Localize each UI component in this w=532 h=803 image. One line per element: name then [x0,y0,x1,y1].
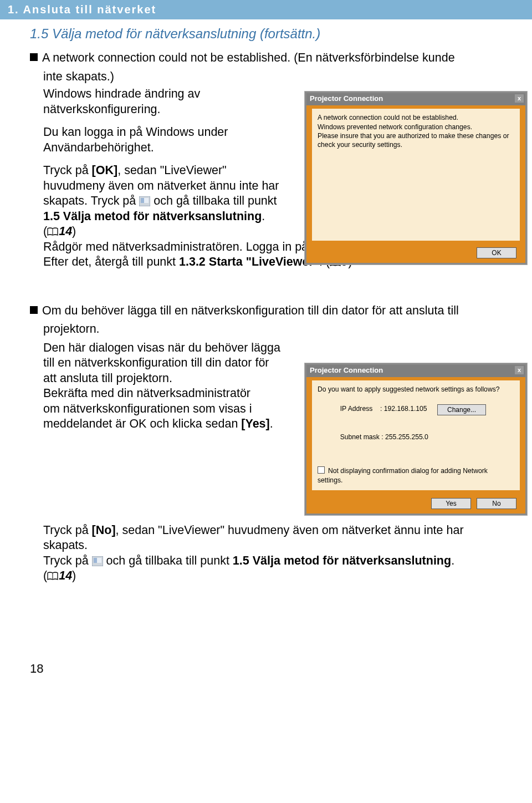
s3-p2-pre: Tryck på [43,554,92,567]
s2-p2c-post: . [270,417,273,430]
liveviewer-app-icon [92,556,103,566]
bullet2-text-b: projektorn. [43,322,502,337]
dialog2-title: Projector Connection [310,366,383,374]
svg-rect-7 [94,558,97,563]
s3-ref-num: 14 [59,569,72,582]
ref14-open: ( [43,225,47,238]
ok-button[interactable]: OK [477,247,516,258]
page-number: 18 [30,662,502,676]
s3-ref-open: ( [43,569,47,582]
dialog2-titlebar: Projector Connection x [306,365,525,377]
s2-yes-ref: [Yes] [241,417,269,430]
s1-p3a-pre: Tryck på [43,164,92,177]
s2-p2b: om nätverkskonfigurationen som visas i [43,402,252,415]
bullet1-text-b: inte skapats.) [43,69,502,85]
s1-p1a: Windows hindrade ändring av [43,87,200,100]
mask-value: 255.255.255.0 [385,433,428,441]
s1-p3c-post: och gå tillbaka till punkt [150,194,277,207]
bullet2-text-a: Om du behöver lägga till en nätverkskonf… [42,304,459,317]
s1-p3a-post: , sedan "LiveViewer" [117,164,227,177]
s1-ok-ref: [OK] [92,164,118,177]
liveviewer-app-icon [139,196,150,206]
s2-p1c: att ansluta till projektorn. [43,372,172,385]
dialog1-titlebar: Projector Connection x [306,93,525,105]
s3-ref-close: ) [72,569,76,582]
square-bullet-icon [30,53,38,61]
dialog1-line1: A network connection could not be establ… [318,113,514,122]
s3-no-ref: [No] [92,524,116,537]
s3-p1-pre: Tryck på [43,524,92,537]
change-button[interactable]: Change... [437,404,486,415]
dialog1-line4: check your security settings. [318,140,514,149]
ip-value: 192.168.1.105 [384,405,427,413]
s3-p2-bold: 1.5 Välja metod för nätverksanslutning [233,554,451,567]
s2-p1b: till en nätverkskonfiguration till din d… [43,356,269,369]
s1-p1b: nätverkskonfigurering. [43,103,161,116]
svg-rect-2 [141,198,144,203]
s3-p1-post: , sedan "LiveViewer" huvudmeny även om n… [116,524,464,537]
s1-p5-pre: Efter det, återgå till punkt [43,255,179,268]
s1-p3d-post: . [262,210,265,223]
close-icon[interactable]: x [515,366,524,374]
bullet1-text-a: A network connection could not be establ… [42,51,455,64]
dialog1-line2: Windows prevented network configuration … [318,123,514,131]
projector-connection-dialog-confirm: Projector Connection x Do you want to ap… [305,363,527,515]
dialog2-question: Do you want to apply suggested network s… [318,385,514,394]
mask-label: Subnet mask : [340,433,383,441]
no-button[interactable]: No [477,498,516,509]
s1-p2a: Du kan logga in på Windows under [43,125,228,139]
s1-p3c-pre: skapats. Tryck på [43,194,139,207]
subsection-title: 1.5 Välja metod för nätverksanslutning (… [30,26,502,42]
s3-p1b: skapats. [43,538,88,552]
ip-label: IP Address : [340,405,382,413]
book-icon [47,227,58,236]
s2-p2a: Bekräfta med din nätverksadministratör [43,387,250,400]
s3-p2-post: . [451,554,454,567]
s2-p1a: Den här dialogen visas när du behöver lä… [43,341,280,354]
dialog1-title: Projector Connection [310,94,383,103]
dialog1-line3: Please insure that you are authorized to… [318,131,514,140]
square-bullet-icon [30,306,38,314]
projector-connection-dialog-error: Projector Connection x A network connect… [305,92,527,265]
s1-p2b: Användarbehörighet. [43,141,154,154]
section-header: 1. Ansluta till nätverket [0,0,532,19]
s1-p3b: huvudmeny även om nätverket ännu inte ha… [43,179,279,192]
s1-p3d-bold: 1.5 Välja metod för nätverksanslutning [43,210,262,223]
s2-p2c-pre: meddelandet är OK och klicka sedan [43,417,241,430]
book-icon [47,572,58,581]
ref14-close: ) [72,225,76,238]
checkbox-label: Not displaying confirmation dialog for a… [318,467,488,484]
suppress-dialog-checkbox[interactable] [318,466,325,474]
ref14-num: 14 [59,225,72,238]
s1-p5-bold: 1.3.2 Starta "LiveViewer" [179,255,319,268]
yes-button[interactable]: Yes [431,498,471,509]
s3-p2-mid: och gå tillbaka till punkt [103,554,233,567]
close-icon[interactable]: x [515,94,524,103]
